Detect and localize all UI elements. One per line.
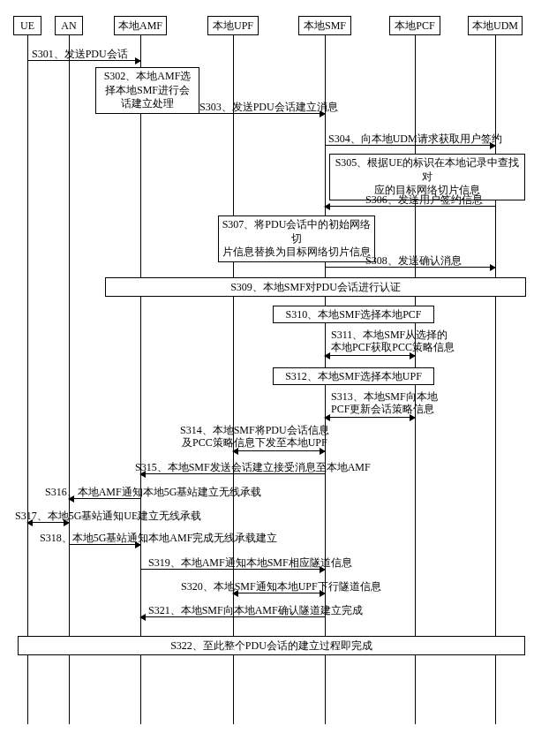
label-s301: S301、发送PDU会话 — [32, 48, 128, 60]
label-s303: S303、发送PDU会话建立消息 — [199, 101, 338, 113]
note-s310: S310、本地SMF选择本地PCF — [273, 306, 434, 323]
arrow-s316 — [69, 498, 140, 499]
label-s313: S313、本地SMF向本地 PCF更新会话策略信息 — [331, 390, 438, 416]
sequence-diagram: UE AN 本地AMF 本地UPF 本地SMF 本地PCF 本地UDM S301… — [0, 0, 534, 756]
lifeline-an — [69, 35, 70, 724]
s307-line1: S307、将PDU会话中的初始网络切 — [222, 218, 372, 246]
label-s318: S318、本地5G基站通知本地AMF完成无线承载建立 — [40, 532, 277, 544]
label-s314: S314、本地SMF将PDU会话信息 及PCC策略信息下发至本地UPF — [180, 424, 329, 450]
arrow-s314 — [233, 450, 325, 451]
label-s311: S311、本地SMF从选择的 本地PCF获取PCC策略信息 — [331, 329, 455, 354]
actor-smf: 本地SMF — [298, 16, 351, 35]
s312-text: S312、本地SMF选择本地UPF — [285, 370, 422, 382]
actor-an: AN — [55, 16, 83, 35]
label-s304: S304、向本地UDM请求获取用户签约 — [328, 132, 502, 145]
s314-line2: 及PCC策略信息下发至本地UPF — [180, 436, 329, 449]
label-s321: S321、本地SMF向本地AMF确认隧道建立完成 — [148, 604, 363, 616]
actor-upf: 本地UPF — [207, 16, 259, 35]
actor-pcf: 本地PCF — [389, 16, 440, 35]
arrow-s304 — [325, 145, 495, 146]
arrow-s308 — [325, 267, 495, 268]
note-s322: S322、至此整个PDU会话的建立过程即完成 — [18, 636, 525, 655]
s305-line1: S305、根据UE的标识在本地记录中查找对 — [333, 156, 522, 184]
s310-text: S310、本地SMF选择本地PCF — [285, 308, 421, 321]
arrow-s318 — [69, 544, 140, 545]
arrow-s321 — [140, 616, 325, 617]
lifeline-ue — [27, 35, 28, 724]
label-s320: S320、本地SMF通知本地UPF下行隧道信息 — [181, 580, 381, 593]
label-s316: S316、本地AMF通知本地5G基站建立无线承载 — [45, 486, 261, 498]
lifeline-upf — [233, 35, 234, 724]
actor-ue: UE — [13, 16, 41, 35]
note-s307: S307、将PDU会话中的初始网络切 片信息替换为目标网络切片信息 — [218, 215, 375, 262]
arrow-s319 — [140, 569, 325, 570]
s311-line2: 本地PCF获取PCC策略信息 — [331, 341, 455, 353]
arrow-s315 — [140, 473, 325, 474]
label-s308: S308、发送确认消息 — [365, 254, 462, 267]
arrow-s303 — [140, 113, 325, 114]
label-s315: S315、本地SMF发送会话建立接受消息至本地AMF — [135, 461, 371, 473]
note-s302: S302、本地AMF选 择本地SMF进行会 话建立处理 — [95, 67, 199, 114]
note-s309: S309、本地SMF对PDU会话进行认证 — [105, 277, 526, 297]
s322-text: S322、至此整个PDU会话的建立过程即完成 — [170, 639, 372, 652]
s302-line2: 择本地SMF进行会 — [99, 84, 196, 98]
arrow-s306 — [325, 206, 495, 207]
note-s312: S312、本地SMF选择本地UPF — [273, 367, 434, 385]
arrow-s313 — [325, 417, 415, 418]
s302-line1: S302、本地AMF选 — [99, 70, 196, 84]
s307-line2: 片信息替换为目标网络切片信息 — [222, 246, 372, 260]
s302-line3: 话建立处理 — [99, 97, 196, 111]
s313-line2: PCF更新会话策略信息 — [331, 403, 438, 415]
lifeline-amf — [140, 35, 141, 724]
actor-amf: 本地AMF — [114, 16, 167, 35]
s309-text: S309、本地SMF对PDU会话进行认证 — [230, 281, 401, 293]
arrow-s311 — [325, 355, 415, 356]
arrow-s317 — [27, 522, 69, 523]
arrow-s320 — [233, 593, 325, 593]
label-s317: S317、本地5G基站通知UE建立无线承载 — [15, 510, 201, 522]
s313-line1: S313、本地SMF向本地 — [331, 390, 438, 403]
s314-line1: S314、本地SMF将PDU会话信息 — [180, 424, 329, 436]
label-s306: S306、发送用户签约信息 — [365, 193, 483, 206]
actor-udm: 本地UDM — [468, 16, 523, 35]
arrow-s301 — [27, 60, 140, 61]
s311-line1: S311、本地SMF从选择的 — [331, 329, 455, 341]
